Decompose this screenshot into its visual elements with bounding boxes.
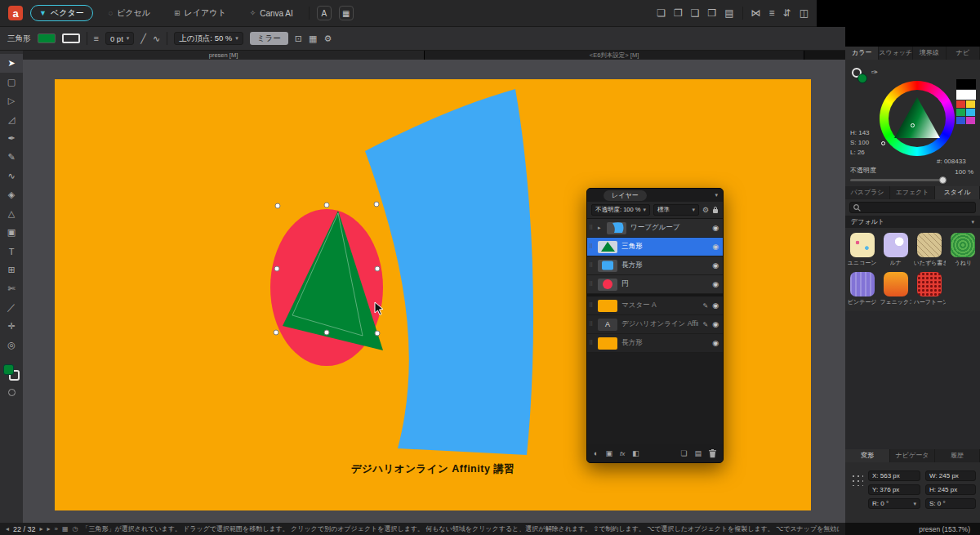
fill-color-well[interactable]	[858, 74, 867, 83]
stroke-swatch[interactable]	[62, 33, 80, 43]
doc-tab-settings[interactable]: <E6判本設定> [M]	[425, 51, 804, 60]
transform-x-field[interactable]: X: 563 px	[868, 470, 920, 481]
layer-row-master-a[interactable]: ⠿ マスター A ✎ ◉	[587, 296, 723, 315]
last-page-icon[interactable]: »	[55, 525, 58, 533]
transform-shear-field[interactable]: S: 0 °	[925, 498, 976, 509]
visibility-toggle-icon[interactable]: ◉	[712, 243, 719, 251]
visibility-toggle-icon[interactable]: ◉	[712, 224, 719, 232]
drag-handle-icon[interactable]: ⠿	[589, 321, 594, 328]
vector-brush-tool[interactable]: ∿	[0, 167, 23, 185]
history-clock-icon[interactable]: ◷	[73, 525, 78, 533]
character-panel-icon[interactable]: A	[317, 6, 332, 20]
effects-icon[interactable]: fx	[620, 450, 625, 457]
style-vintage[interactable]: ビンテージ	[845, 272, 879, 306]
swatch-magenta[interactable]	[966, 117, 975, 124]
layer-row-warp-group[interactable]: ⠿ ▸ ワープグループ ◉	[587, 219, 723, 238]
expand-chevron-icon[interactable]: ▸	[598, 225, 603, 231]
swatch-yellow[interactable]	[966, 100, 975, 108]
drag-handle-icon[interactable]: ⠿	[589, 225, 594, 231]
arrange-order-icon[interactable]: ⇵	[783, 7, 791, 19]
tab-stroke[interactable]: 境界線	[913, 47, 947, 60]
knife-tool[interactable]: ／	[0, 298, 23, 317]
edit-pencil-icon[interactable]: ✎	[702, 321, 708, 328]
swatch-red[interactable]	[956, 100, 965, 108]
tab-navigator-top[interactable]: ナビ	[947, 47, 980, 60]
move-tool[interactable]: ➤	[0, 54, 23, 73]
swatch-white[interactable]	[956, 90, 976, 100]
tab-effects[interactable]: エフェクト	[890, 186, 935, 199]
tab-styles[interactable]: スタイル	[935, 186, 980, 199]
snapping-icon[interactable]: ◫	[800, 7, 808, 19]
styles-category-dropdown[interactable]: デフォルト ▾	[845, 216, 980, 228]
style-phoenix[interactable]: フェニックス	[879, 272, 912, 306]
boolean-intersect-icon[interactable]: ❑	[691, 7, 700, 19]
tab-path-brushes[interactable]: パスブラシ	[845, 186, 890, 199]
grid-options-icon[interactable]: ▦	[339, 6, 354, 20]
persona-canva-ai[interactable]: ✧ Canva AI	[242, 5, 301, 21]
layer-row-circle[interactable]: ⠿ 円 ◉	[587, 275, 723, 294]
prev-page-icon[interactable]: ◂	[6, 525, 9, 533]
style-unicorn[interactable]: ユニコーン	[845, 233, 879, 267]
persona-pixel[interactable]: ◌ ピクセル	[100, 5, 158, 21]
color-well[interactable]	[3, 364, 20, 381]
play-icon[interactable]: ▸	[47, 525, 51, 533]
text-tool[interactable]: T	[0, 242, 23, 261]
app-logo[interactable]: a	[8, 6, 23, 20]
doc-tab-presen[interactable]: presen [M]	[23, 51, 425, 60]
color-marker-dot[interactable]	[911, 123, 915, 127]
layer-opacity-field[interactable]: 不透明度: 100 % ▾	[591, 204, 650, 216]
next-page-icon[interactable]: ▸	[40, 525, 43, 533]
adjustment-icon[interactable]: ◐	[594, 449, 598, 457]
frame-tool[interactable]: ⊞	[0, 261, 23, 279]
drag-handle-icon[interactable]: ⠿	[589, 302, 594, 309]
tab-navigator[interactable]: ナビゲータ	[890, 449, 935, 462]
swatch-green[interactable]	[956, 109, 965, 116]
transform-w-field[interactable]: W: 245 px	[925, 470, 976, 481]
style-uneri[interactable]: うねり	[947, 233, 980, 267]
gear-icon[interactable]: ⚙	[702, 206, 709, 214]
swatch-blue[interactable]	[956, 117, 965, 124]
boolean-divide-icon[interactable]: ❒	[707, 7, 716, 19]
persona-vector[interactable]: ▼ ベクター	[30, 5, 93, 21]
drag-handle-icon[interactable]: ⠿	[589, 243, 594, 250]
pencil-tool[interactable]: ✎	[0, 148, 23, 167]
boolean-add-icon[interactable]: ❏	[657, 7, 666, 19]
node-tool[interactable]: ▷	[0, 91, 23, 110]
fill-color-well[interactable]	[3, 364, 14, 375]
boolean-subtract-icon[interactable]: ❐	[674, 7, 683, 19]
zoom-indicator[interactable]: presen (153.7%)	[845, 523, 980, 535]
corner-tool[interactable]: ◿	[0, 110, 23, 129]
zoom-tool[interactable]: ◎	[0, 336, 23, 354]
gear-icon[interactable]: ⚙	[323, 33, 332, 44]
artboard-caption-text[interactable]: デジハリオンライン Affinity 講習	[55, 462, 811, 476]
delete-trash-icon[interactable]	[709, 449, 716, 458]
mask-icon[interactable]: ▣	[605, 449, 612, 457]
secondary-color-icon[interactable]	[8, 389, 16, 396]
drag-handle-icon[interactable]: ⠿	[589, 262, 594, 269]
opacity-slider-knob[interactable]	[939, 176, 947, 184]
style-scribble[interactable]: いたずら書き	[913, 233, 947, 267]
alignment-icon[interactable]: ≡	[769, 7, 775, 19]
lock-icon[interactable]	[712, 206, 719, 214]
search-input[interactable]	[849, 202, 976, 213]
crop-tool[interactable]: ✄	[0, 279, 23, 298]
flip-horizontal-icon[interactable]: ⋈	[751, 7, 761, 19]
artboard-tool[interactable]: ▢	[0, 73, 23, 91]
swatch-cyan[interactable]	[966, 109, 975, 116]
chevron-down-icon[interactable]: ▾	[715, 192, 718, 198]
swatch-black[interactable]	[956, 79, 976, 89]
persona-layout[interactable]: ⊞ レイアウト	[166, 5, 234, 21]
tab-swatches[interactable]: スウォッチ	[879, 47, 912, 60]
drag-handle-icon[interactable]: ⠿	[589, 281, 594, 288]
tab-transform[interactable]: 変形	[845, 449, 890, 462]
pressure-icon[interactable]: ∿	[153, 33, 160, 44]
stroke-style-icon[interactable]: ╱	[140, 33, 146, 44]
selection-box-icon[interactable]: ⊡	[295, 33, 302, 44]
hue-marker-dot[interactable]	[881, 141, 885, 145]
edit-pencil-icon[interactable]: ✎	[702, 302, 708, 310]
visibility-toggle-icon[interactable]: ◉	[712, 320, 719, 328]
eyedropper-icon[interactable]: ✑	[871, 68, 878, 77]
insert-target-icon[interactable]: ▤	[724, 7, 733, 19]
grid-icon[interactable]: ▦	[309, 33, 317, 44]
fill-tool[interactable]: ◈	[0, 185, 23, 204]
